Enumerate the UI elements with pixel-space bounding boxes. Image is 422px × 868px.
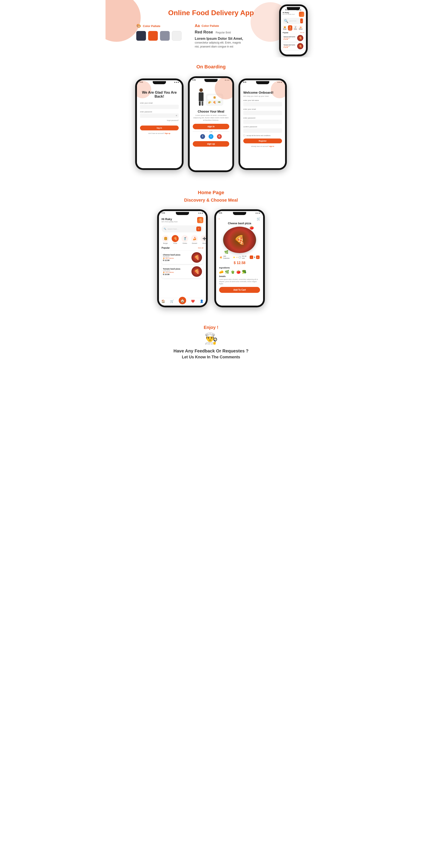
register-title: Welcome Onboard! — [243, 91, 282, 94]
choose-meal-phone-frame: 9:41 ▲▲▲ — [188, 76, 234, 172]
hero-cat-drinks[interactable]: 🥤Drinks — [293, 25, 298, 31]
reg-password-label: enter password — [243, 117, 282, 119]
hero-cat-pizza-label: Pizza — [289, 28, 291, 30]
twitter-icon[interactable]: t — [208, 134, 214, 139]
hero-phone-frame: 9:41 ▲▲▲ Hi Raky let's find quality food… — [279, 4, 308, 56]
google-icon[interactable]: G — [217, 134, 222, 139]
login-email-label: enter your email — [140, 102, 179, 104]
hero-cat-pizza[interactable]: 🍕Pizza — [288, 25, 292, 31]
hero-food-card-2[interactable]: Tomato basil pizza 120 Calories $ 10.58 … — [283, 42, 304, 50]
or-line-left — [193, 131, 208, 132]
search-placeholder: search food.... — [167, 228, 195, 230]
quantity-control: - 1 + — [250, 255, 260, 259]
ingredients-row: 🧀 🌿 🫑 🍅 🥦 — [216, 270, 263, 275]
hero-search-bar[interactable]: 🔍 search food... ≡ — [283, 18, 304, 24]
hero-cat-pizza-icon: 🍕 — [289, 26, 291, 28]
confirm-password-input[interactable] — [243, 128, 282, 133]
register-phone-notch — [256, 81, 269, 84]
hero-food-card-1[interactable]: Cheese basil pizza 180 Calories $ 12.58 … — [283, 34, 304, 42]
filter-button[interactable]: ≡ — [196, 226, 201, 231]
hero-filter-btn[interactable]: ≡ — [300, 19, 303, 23]
fullname-input[interactable] — [243, 102, 282, 106]
category-drinks[interactable]: 🥤 Drinks — [181, 235, 189, 244]
food-price-2: $ 10.58 — [163, 273, 190, 276]
hero-popular-label: Popular — [283, 32, 288, 33]
home-search-bar[interactable]: 🔍 search food.... ≡ — [162, 225, 203, 232]
terms-checkbox[interactable] — [243, 134, 245, 136]
color-palette-col: 🎨 Color Pallate — [136, 24, 182, 41]
home-time: 9:41 — [162, 212, 165, 214]
hero-cat-dessert[interactable]: 🍰Dessert — [298, 25, 303, 31]
meta-time: 🕐 20-30 min — [238, 255, 250, 259]
facebook-icon[interactable]: f — [200, 134, 205, 139]
nav-home[interactable]: 🏠 — [161, 300, 165, 304]
food-card-cheese-pizza[interactable]: Cheese basil pizza Hot pizza 🔥 180 Calor… — [162, 251, 203, 264]
hero-cat-drinks-icon: 🥤 — [294, 26, 296, 28]
font-sample-text: consectetur adipiscig elit. Enim, magnis… — [195, 41, 243, 49]
register-time: 9:41 — [243, 81, 247, 83]
login-phone-frame: 9:41 ▲▲▲ We Are Glad You Are Back! enter… — [135, 79, 184, 170]
ingredient-tomato: 🍅 — [250, 225, 254, 230]
login-screen-content: We Are Glad You Are Back! enter your ema… — [137, 84, 182, 168]
category-more-label: More — [202, 243, 206, 244]
see-all-link[interactable]: See all — [198, 247, 203, 249]
typography-icon: Aa — [195, 24, 200, 28]
login-phone-notch — [153, 81, 166, 84]
register-screen-content: Welcome Onboard! let's help you meet up … — [240, 84, 285, 168]
hero-see-all[interactable]: See All — [300, 32, 304, 34]
detail-header: ‹ 🛒 — [216, 215, 263, 222]
detail-time: 9:41 — [219, 212, 222, 214]
forgot-password-link[interactable]: forgot password? — [140, 120, 179, 121]
add-to-cart-button[interactable]: Add To Cart — [219, 287, 260, 293]
terms-checkbox-row[interactable]: I accept all the terms and conditions — [243, 134, 282, 136]
dessert-icon: 🍰 — [193, 237, 196, 240]
login-email-input[interactable] — [140, 105, 179, 109]
nav-center-btn[interactable]: 🏠 — [179, 297, 186, 304]
sign-in-button[interactable]: sign in — [193, 124, 229, 129]
category-dessert[interactable]: 🍰 Dessert — [191, 235, 198, 244]
sign-up-link[interactable]: Sign up — [165, 132, 170, 134]
ingredient-broccoli: 🥦 — [242, 270, 247, 274]
choose-meal-title: Choose Your Meal — [192, 110, 230, 113]
category-pizza[interactable]: 🍕 Pizza — [171, 235, 179, 244]
home-header: Hi Raky let's find quality food 🍕 — [159, 215, 206, 224]
home-avatar: 🍕 — [197, 217, 203, 223]
hero-search-placeholder: search food... — [289, 20, 297, 22]
reg-password-input[interactable] — [243, 120, 282, 124]
login-password-input[interactable]: 👁 — [140, 114, 179, 118]
food-card-tomato-pizza[interactable]: Tomato basil pizza Cold pizza 🔥 120 Calo… — [162, 265, 203, 278]
qty-plus-btn[interactable]: + — [256, 255, 260, 259]
hero-cat-burger[interactable]: 🍔Burger — [283, 25, 287, 31]
category-more[interactable]: ➕ More — [200, 235, 206, 244]
sign-in-link[interactable]: sign in — [269, 146, 274, 147]
home-phone-notch — [176, 212, 189, 215]
food-type-2: Cold pizza — [163, 270, 190, 272]
enjoy-label: Enjoy ! — [110, 325, 312, 330]
qty-minus-btn[interactable]: - — [250, 255, 253, 259]
nav-center[interactable]: 🏠 — [179, 300, 186, 304]
category-burger[interactable]: 🍔 Burger — [162, 235, 169, 244]
reg-email-input[interactable] — [243, 111, 282, 115]
detail-status-icons: ▲▲▲ — [255, 212, 260, 214]
food-price-1: $ 12.58 — [163, 259, 190, 261]
register-phone-frame: 9:41 ▲▲▲ Welcome Onboard! let's help you… — [238, 79, 287, 170]
hero-avatar — [299, 12, 304, 17]
register-button[interactable]: Register — [243, 138, 282, 143]
food-type-1: Hot pizza — [163, 256, 190, 257]
cart-button[interactable]: 🛒 — [257, 217, 260, 220]
meta-rating: ⭐ 4.0 — [233, 256, 238, 258]
detail-pizza-image: 🍕 🍅 🌿 — [223, 227, 256, 253]
nav-favorites[interactable]: ❤️ — [191, 300, 195, 304]
choose-meal-time: 9:41 — [192, 79, 196, 81]
nav-cart[interactable]: 🛒 — [170, 300, 174, 304]
hero-food-img-2: 🍕 — [297, 43, 303, 49]
back-button[interactable]: ‹ — [219, 217, 220, 220]
fullname-label: enter your full name — [243, 99, 282, 101]
sign-up-button[interactable]: sign up — [193, 141, 229, 147]
nav-profile[interactable]: 👤 — [200, 300, 203, 304]
enjoy-section: Enjoy ! 👨‍🍳 Have Any Feedback Or Request… — [105, 316, 317, 370]
clock-icon: 🕐 — [238, 256, 241, 258]
login-button[interactable]: log in — [140, 126, 179, 130]
illustration-woman — [199, 88, 203, 106]
category-more-circle: ➕ — [201, 235, 206, 242]
